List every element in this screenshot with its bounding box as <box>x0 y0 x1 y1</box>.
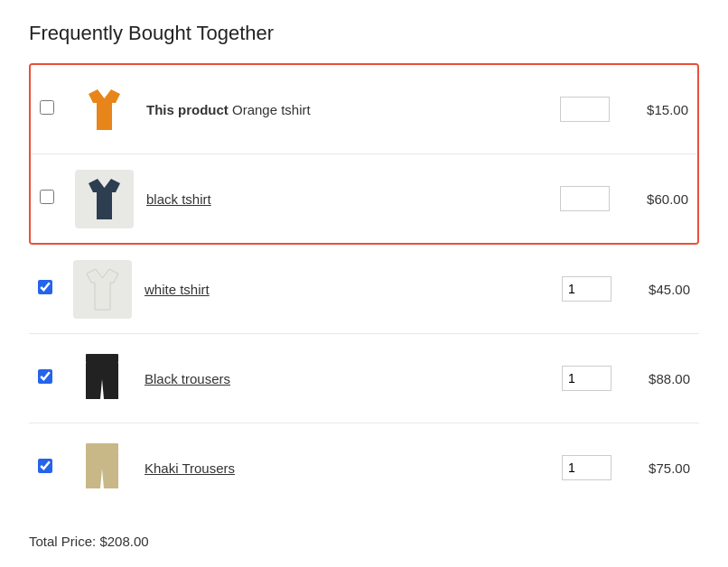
white-tshirt-image <box>78 265 127 314</box>
page-title: Frequently Bought Together <box>29 22 699 45</box>
price-white-tshirt: $45.00 <box>627 282 690 297</box>
product-link-khaki-trousers[interactable]: Khaki Trousers <box>145 460 235 476</box>
orange-tshirt-image <box>79 85 129 135</box>
product-name-cell: black tshirt <box>146 191 549 207</box>
product-label: This product <box>146 102 229 117</box>
product-name-cell: Khaki Trousers <box>145 460 551 476</box>
total-label: Total Price: <box>29 534 96 549</box>
product-link-black-tshirt[interactable]: black tshirt <box>146 191 211 207</box>
highlighted-group: This product Orange tshirt $15.00 <box>29 63 699 245</box>
svg-marker-0 <box>89 89 120 130</box>
qty-input-white-tshirt[interactable] <box>562 276 611 302</box>
svg-marker-2 <box>87 269 118 310</box>
qty-input-khaki-trousers[interactable] <box>562 455 611 480</box>
khaki-trousers-image <box>84 443 120 493</box>
product-link-white-tshirt[interactable]: white tshirt <box>145 282 210 297</box>
qty-input-orange-tshirt[interactable] <box>560 97 610 122</box>
product-name-cell: Black trousers <box>145 371 551 386</box>
price-black-tshirt: $60.00 <box>625 191 688 207</box>
product-name-orange-tshirt: Orange tshirt <box>232 102 311 117</box>
table-row: Black trousers $88.00 <box>29 334 699 423</box>
total-value: $208.00 <box>99 534 148 549</box>
svg-rect-4 <box>86 443 118 452</box>
regular-group: white tshirt $45.00 Black trousers <box>29 245 699 512</box>
white-tshirt-image-bg <box>73 260 132 319</box>
table-row: Khaki Trousers $75.00 <box>29 423 699 512</box>
product-checkbox-black-tshirt[interactable] <box>40 190 54 204</box>
qty-input-black-tshirt[interactable] <box>560 186 610 211</box>
product-link-black-trousers[interactable]: Black trousers <box>145 371 230 386</box>
product-checkbox-orange-tshirt[interactable] <box>40 100 54 115</box>
table-row: black tshirt $60.00 <box>31 154 697 243</box>
price-orange-tshirt: $15.00 <box>625 102 688 117</box>
black-trousers-image <box>84 354 120 404</box>
product-name-cell: This product Orange tshirt <box>146 102 549 117</box>
svg-marker-1 <box>89 179 120 219</box>
table-row: This product Orange tshirt $15.00 <box>31 65 697 154</box>
table-row: white tshirt $45.00 <box>29 245 699 334</box>
price-black-trousers: $88.00 <box>627 371 690 386</box>
product-list: This product Orange tshirt $15.00 <box>29 63 699 512</box>
qty-input-black-trousers[interactable] <box>562 366 611 391</box>
svg-rect-3 <box>86 354 118 363</box>
product-checkbox-white-tshirt[interactable] <box>38 280 52 294</box>
price-khaki-trousers: $75.00 <box>627 460 690 476</box>
product-checkbox-khaki-trousers[interactable] <box>38 459 52 473</box>
black-tshirt-image <box>79 174 129 224</box>
product-name-cell: white tshirt <box>145 282 551 297</box>
product-checkbox-black-trousers[interactable] <box>38 369 52 384</box>
total-price: Total Price: $208.00 <box>29 526 699 556</box>
black-tshirt-image-bg <box>75 170 134 228</box>
